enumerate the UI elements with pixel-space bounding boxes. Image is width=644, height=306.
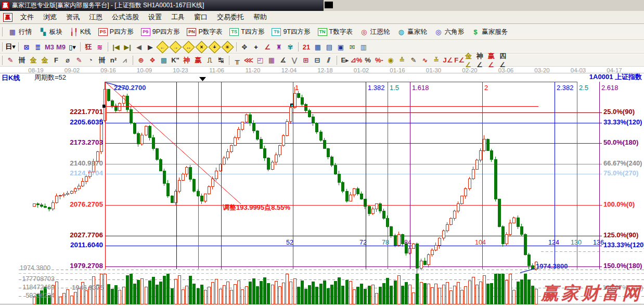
fib-label-1.618: 1.618 bbox=[412, 84, 429, 92]
price-level-2011.6040: 2011.6040 bbox=[54, 241, 103, 249]
pct-level-33.33%(120): 33.33%(120) bbox=[603, 119, 642, 126]
date-tick-04-03: 04-03 bbox=[568, 67, 589, 74]
fib-label-2.5: 2.5 bbox=[579, 84, 588, 92]
low-price-annotation: 1974.3800 bbox=[536, 263, 568, 270]
volume-tick-118472469: 118472469 bbox=[4, 284, 55, 291]
cycle-label-130: 130 bbox=[571, 239, 582, 247]
cycle-label-84: 84 bbox=[404, 239, 411, 247]
pct-level-50.0%(180): 50.0%(180) bbox=[603, 139, 638, 146]
date-tick-11-20: 11-20 bbox=[242, 67, 263, 74]
pct-level-100.0%(0): 100.0%(0) bbox=[603, 201, 635, 208]
cycle-label-104: 104 bbox=[475, 239, 486, 247]
date-tick-10-09: 10-09 bbox=[134, 67, 155, 74]
date-tick-01-16: 01-16 bbox=[387, 67, 408, 74]
fib-label-1.382: 1.382 bbox=[368, 84, 385, 92]
date-tick-08-19: 08-19 bbox=[25, 67, 46, 74]
cycle-count-label: 周期数=52 bbox=[34, 74, 66, 81]
volume-tick-59236234: 59236234 bbox=[4, 292, 55, 300]
price-level-2027.7706: 2027.7706 bbox=[54, 232, 103, 239]
candlestick-chart[interactable] bbox=[0, 0, 644, 306]
date-tick-11-06: 11-06 bbox=[207, 67, 227, 74]
pct-level-150.0%(180): 150.0%(180) bbox=[603, 262, 642, 270]
date-tick-09-02: 09-02 bbox=[62, 67, 83, 74]
fib-label-2.382: 2.382 bbox=[557, 84, 574, 92]
peak-price-annotation: 2270.2700 bbox=[114, 84, 146, 92]
date-tick-12-04: 12-04 bbox=[279, 67, 300, 74]
low-price-left-label: 1974.3800 bbox=[20, 265, 50, 272]
application-window: 赢 赢家江恩专业版[赢家内部服务平台] - [上证指数 SH1A0001-167… bbox=[0, 0, 644, 306]
date-tick-09-16: 09-16 bbox=[98, 67, 119, 74]
price-level-2173.2703: 2173.2703 bbox=[54, 139, 103, 147]
price-level-2140.9370: 2140.9370 bbox=[54, 160, 103, 168]
fib-label-2: 2 bbox=[484, 84, 488, 92]
price-level-2124.7704: 2124.7704 bbox=[54, 170, 103, 177]
date-tick-10-23: 10-23 bbox=[170, 67, 191, 74]
cycle-label-52: 52 bbox=[286, 239, 293, 247]
price-level-1979.2708: 1979.2708 bbox=[54, 262, 103, 270]
date-tick-12-18: 12-18 bbox=[315, 67, 336, 74]
fib-label-2.618: 2.618 bbox=[601, 84, 619, 92]
pct-level-125.0%(90): 125.0%(90) bbox=[603, 232, 638, 239]
watermark: 赢家财富网 bbox=[541, 282, 642, 305]
date-tick-02-20: 02-20 bbox=[459, 67, 480, 74]
date-tick-01-02: 01-02 bbox=[351, 67, 372, 74]
gray-price-label: 1946.9375 bbox=[72, 284, 104, 291]
adjustment-annotation: 调整193.9995点8.55% bbox=[223, 204, 290, 211]
date-tick-01-30: 01-30 bbox=[423, 67, 444, 74]
fib-label-1: 1 bbox=[295, 84, 299, 92]
pct-level-25.0%(90): 25.0%(90) bbox=[603, 108, 635, 116]
pct-level-75.0%(270): 75.0%(270) bbox=[603, 170, 638, 177]
price-level-2221.7701: 2221.7701 bbox=[54, 108, 103, 116]
pct-level-133.33%(120): 133.33%(120) bbox=[603, 241, 644, 249]
date-tick-03-20: 03-20 bbox=[532, 67, 552, 74]
fib-label-1.5: 1.5 bbox=[390, 84, 399, 92]
volume-tick-177708703: 177708703 bbox=[4, 276, 55, 283]
cycle-label-78: 78 bbox=[382, 239, 389, 247]
chart-canvas[interactable]: 08-1909-0209-1610-0910-2311-0611-2012-04… bbox=[0, 67, 644, 306]
cycle-label-136: 136 bbox=[593, 239, 604, 247]
price-level-2076.2705: 2076.2705 bbox=[54, 201, 103, 209]
symbol-label: 1A0001 上证指数 bbox=[589, 73, 642, 81]
pct-level-66.67%(240): 66.67%(240) bbox=[603, 160, 642, 167]
price-level-2205.6035: 2205.6035 bbox=[54, 119, 103, 126]
cycle-label-72: 72 bbox=[359, 239, 367, 247]
date-tick-03-06: 03-06 bbox=[496, 67, 517, 74]
chart-mode-label[interactable]: 日K线 bbox=[2, 74, 20, 82]
cycle-label-124: 124 bbox=[548, 239, 559, 247]
